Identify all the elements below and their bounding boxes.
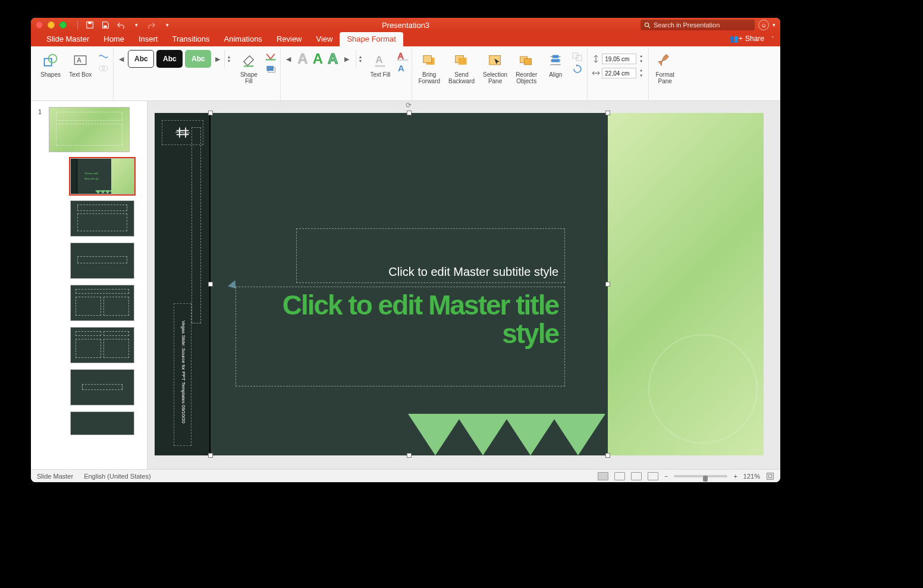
footer-placeholder[interactable]: Vegas Slide: Source for PPT Templates 09… <box>174 303 191 446</box>
ribbon-tabs: Slide Master Home Insert Transitions Ani… <box>31 32 780 46</box>
tab-insert[interactable]: Insert <box>131 32 165 46</box>
layout-thumbnail-4[interactable] <box>70 285 134 321</box>
undo-button[interactable] <box>115 20 127 30</box>
tab-animations[interactable]: Animations <box>217 32 269 46</box>
group-button[interactable] <box>572 51 583 62</box>
resize-handle-ml[interactable] <box>208 282 213 287</box>
number-placeholder[interactable] <box>191 127 201 323</box>
tab-transitions[interactable]: Transitions <box>165 32 216 46</box>
master-thumbnail[interactable]: 1 <box>49 107 130 152</box>
reorder-objects-button[interactable]: Reorder Objects <box>513 50 539 86</box>
wordart-style-3[interactable]: A <box>328 51 338 67</box>
height-stepper[interactable]: ▲▼ <box>638 54 645 64</box>
svg-rect-30 <box>767 473 774 479</box>
svg-rect-10 <box>244 65 253 67</box>
search-icon <box>644 22 651 29</box>
reading-view-button[interactable] <box>631 472 642 480</box>
shape-style-1[interactable]: Abc <box>128 50 154 68</box>
layout-thumbnail-6[interactable] <box>70 369 134 405</box>
tab-home[interactable]: Home <box>96 32 131 46</box>
fit-to-window-button[interactable] <box>766 472 774 480</box>
resize-handle-mr[interactable] <box>605 282 610 287</box>
resize-handle-tl[interactable] <box>208 111 213 115</box>
zoom-slider[interactable] <box>674 475 727 477</box>
slideshow-view-button[interactable] <box>648 472 658 480</box>
selected-picture-shape[interactable]: ⟳ <box>211 113 608 455</box>
layout-thumbnail-5[interactable] <box>70 327 134 363</box>
thumbnail-panel[interactable]: 1 Click to edit Master title style <box>31 101 147 469</box>
wordart-style-2[interactable]: A <box>313 51 323 67</box>
layout-thumbnail-7[interactable] <box>70 411 134 448</box>
shape-effects-button[interactable] <box>265 63 277 74</box>
subtitle-placeholder[interactable]: Click to edit Master subtitle style <box>296 228 565 283</box>
wordart-gallery-next[interactable]: ▶ <box>343 55 351 63</box>
resize-handle-tm[interactable] <box>407 111 412 115</box>
text-effects-button[interactable]: A <box>396 63 408 74</box>
resize-handle-bl[interactable] <box>208 453 213 458</box>
text-fill-icon: A <box>373 53 387 68</box>
qat-customize-dropdown[interactable]: ▾ <box>161 20 173 30</box>
shape-style-2[interactable]: Abc <box>156 50 183 68</box>
wordart-gallery-prev[interactable]: ◀ <box>284 55 293 63</box>
format-pane-button[interactable]: Format Pane <box>652 50 677 86</box>
layout-thumbnail-3[interactable] <box>70 243 134 279</box>
text-fill-button[interactable]: A Text Fill <box>368 50 393 79</box>
layout-thumbnail-2[interactable] <box>70 200 134 237</box>
minimize-window-button[interactable] <box>48 21 55 29</box>
rotate-button[interactable] <box>572 63 583 74</box>
tab-view[interactable]: View <box>309 32 340 46</box>
resize-handle-tr[interactable] <box>605 111 610 115</box>
search-input[interactable]: Search in Presentation <box>641 20 755 30</box>
titlebar: ▾ ▾ Presentation3 Search in Presentation… <box>31 18 780 32</box>
style-gallery-more[interactable]: ▴▾ <box>224 50 233 68</box>
style-gallery-next[interactable]: ▶ <box>214 55 222 63</box>
send-backward-icon <box>453 54 470 68</box>
layout-thumbnail-1[interactable]: Click to edit Master title style <box>70 158 134 194</box>
zoom-level[interactable]: 121% <box>743 473 760 480</box>
selection-pane-button[interactable]: Selection Pane <box>481 50 510 86</box>
sorter-view-button[interactable] <box>614 472 625 480</box>
undo-dropdown[interactable]: ▾ <box>130 20 142 30</box>
shape-fill-button[interactable]: Shape Fill <box>236 50 261 86</box>
text-box-button[interactable]: A Text Box <box>67 50 94 79</box>
align-button[interactable]: Align <box>543 50 568 79</box>
svg-rect-25 <box>525 59 532 65</box>
shape-outline-button[interactable] <box>265 51 277 62</box>
search-placeholder: Search in Presentation <box>654 21 720 29</box>
shape-style-3[interactable]: Abc <box>185 50 211 68</box>
wordart-style-1[interactable]: A <box>297 51 307 67</box>
tab-slide-master[interactable]: Slide Master <box>39 32 96 46</box>
svg-rect-17 <box>397 59 408 61</box>
slide-canvas[interactable]: Vegas Slide: Source for PPT Templates 09… <box>147 101 780 469</box>
account-button[interactable]: ☺ <box>758 20 769 30</box>
close-window-button[interactable] <box>36 21 43 29</box>
edit-shape-button[interactable] <box>98 51 109 62</box>
merge-shapes-button[interactable] <box>98 63 109 74</box>
resize-handle-br[interactable] <box>605 453 610 458</box>
wordart-gallery-more[interactable]: ▴▾ <box>356 50 364 68</box>
zoom-in-button[interactable]: + <box>733 473 737 480</box>
bring-forward-button[interactable]: Bring Forward <box>416 50 442 86</box>
share-button[interactable]: Share <box>745 34 764 43</box>
normal-view-button[interactable] <box>598 472 608 480</box>
height-icon <box>591 54 601 64</box>
rotation-handle[interactable]: ⟳ <box>406 101 413 108</box>
redo-button[interactable] <box>146 20 158 30</box>
text-outline-button[interactable]: A <box>396 51 408 62</box>
ribbon-options-dropdown[interactable]: ˄ <box>771 36 774 42</box>
shapes-button[interactable]: Shapes <box>38 50 63 79</box>
tab-review[interactable]: Review <box>269 32 309 46</box>
autosave-button[interactable] <box>84 20 96 30</box>
zoom-out-button[interactable]: − <box>664 473 668 480</box>
zoom-window-button[interactable] <box>59 21 67 29</box>
status-language[interactable]: English (United States) <box>84 473 151 480</box>
account-dropdown[interactable]: ▾ <box>773 22 776 28</box>
shape-width-input[interactable]: 22,04 cm <box>602 68 636 78</box>
width-stepper[interactable]: ▲▼ <box>638 68 645 78</box>
status-view-label: Slide Master <box>37 473 73 480</box>
save-button[interactable] <box>99 20 111 30</box>
shape-height-input[interactable]: 19,05 cm <box>602 54 636 64</box>
tab-shape-format[interactable]: Shape Format <box>340 32 403 46</box>
style-gallery-prev[interactable]: ◀ <box>117 55 125 63</box>
send-backward-button[interactable]: Send Backward <box>446 50 477 86</box>
